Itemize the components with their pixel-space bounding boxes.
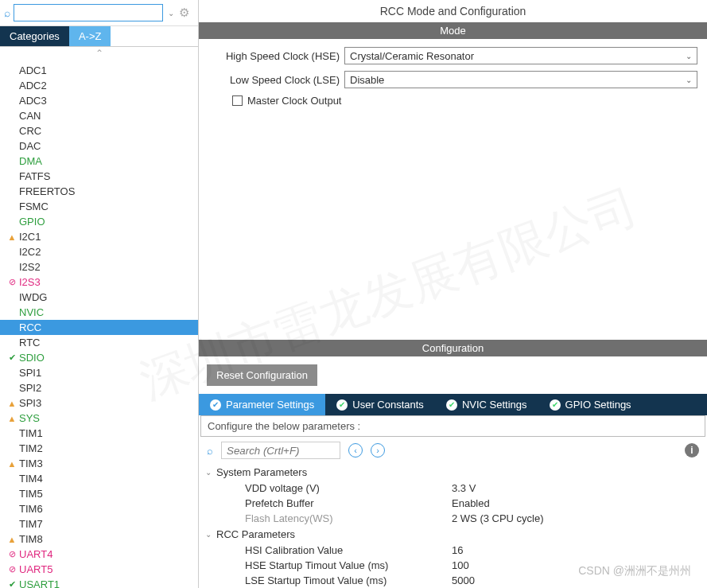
sidebar-item-tim1[interactable]: TIM1 [0, 426, 198, 441]
tab-gpio-settings[interactable]: ✔ GPIO Settings [538, 394, 643, 415]
tab-az[interactable]: A->Z [69, 26, 111, 46]
sidebar-search-input[interactable] [14, 4, 163, 21]
chevron-down-icon: ⌄ [686, 76, 692, 84]
sidebar-item-adc1[interactable]: ADC1 [0, 63, 198, 78]
tree-label: TIM2 [19, 442, 43, 454]
sidebar-item-tim3[interactable]: ▲TIM3 [0, 456, 198, 471]
sidebar-item-sdio[interactable]: ✔SDIO [0, 350, 198, 365]
peripheral-tree: ADC1ADC2ADC3CANCRCDACDMAFATFSFREERTOSFSM… [0, 60, 198, 588]
sidebar-item-iwdg[interactable]: IWDG [0, 290, 198, 305]
tree-label: SDIO [19, 352, 45, 364]
sidebar-item-can[interactable]: CAN [0, 108, 198, 123]
sidebar-item-rtc[interactable]: RTC [0, 335, 198, 350]
tab-user-constants[interactable]: ✔ User Constants [325, 394, 435, 415]
hse-label: High Speed Clock (HSE) [208, 50, 340, 62]
sidebar-item-tim8[interactable]: ▲TIM8 [0, 532, 198, 547]
chevron-down-icon: ⌄ [686, 52, 692, 60]
sidebar-item-nvic[interactable]: NVIC [0, 305, 198, 320]
tree-label: I2C2 [19, 246, 41, 258]
param-row[interactable]: HSI Calibration Value16 [205, 543, 701, 558]
tab-categories[interactable]: Categories [0, 26, 69, 46]
param-row[interactable]: Flash Latency(WS)2 WS (3 CPU cycle) [205, 511, 701, 526]
sidebar-item-uart4[interactable]: ⊘UART4 [0, 547, 198, 562]
tab-nvic-settings[interactable]: ✔ NVIC Settings [435, 394, 538, 415]
sidebar-item-fsmc[interactable]: FSMC [0, 199, 198, 214]
search-icon: ⌕ [207, 445, 213, 457]
tree-label: TIM3 [19, 458, 43, 469]
tree-label: ADC3 [19, 95, 47, 107]
sidebar-tabs: Categories A->Z [0, 26, 198, 47]
param-group-header[interactable]: ⌄System Parameters [205, 464, 701, 481]
sidebar-item-tim4[interactable]: TIM4 [0, 471, 198, 486]
hse-value: Crystal/Ceramic Resonator [350, 50, 474, 62]
tree-label: SYS [19, 412, 40, 424]
config-tabs: ✔ Parameter Settings ✔ User Constants ✔ … [199, 394, 707, 415]
sidebar-item-tim7[interactable]: TIM7 [0, 516, 198, 532]
tree-label: SPI3 [19, 397, 41, 409]
sidebar-item-crc[interactable]: CRC [0, 123, 198, 138]
err-icon: ⊘ [6, 564, 17, 574]
sidebar-item-i2c1[interactable]: ▲I2C1 [0, 229, 198, 244]
tree-label: ADC2 [19, 80, 47, 92]
master-clock-checkbox[interactable] [232, 95, 243, 106]
sidebar-item-gpio[interactable]: GPIO [0, 214, 198, 229]
tab-parameter-settings[interactable]: ✔ Parameter Settings [199, 394, 325, 415]
sidebar-item-uart5[interactable]: ⊘UART5 [0, 562, 198, 577]
sidebar-item-i2s2[interactable]: I2S2 [0, 259, 198, 275]
sidebar-item-adc3[interactable]: ADC3 [0, 93, 198, 108]
sidebar-item-rcc[interactable]: RCC [0, 320, 198, 335]
sidebar-item-adc2[interactable]: ADC2 [0, 78, 198, 93]
param-row[interactable]: HSE Startup Timout Value (ms)100 [205, 558, 701, 573]
master-clock-label: Master Clock Output [247, 95, 342, 107]
sidebar-item-tim6[interactable]: TIM6 [0, 501, 198, 516]
param-value: 16 [452, 544, 463, 556]
sidebar-item-spi1[interactable]: SPI1 [0, 365, 198, 380]
param-row[interactable]: LSE Startup Timout Value (ms)5000 [205, 573, 701, 588]
tree-label: I2C1 [19, 231, 41, 243]
tree-label: TIM1 [19, 427, 43, 439]
sidebar-item-dma[interactable]: DMA [0, 154, 198, 169]
config-search-input[interactable] [221, 442, 340, 459]
tree-label: TIM5 [19, 488, 43, 500]
check-icon: ✔ [336, 399, 348, 411]
sidebar-item-freertos[interactable]: FREERTOS [0, 184, 198, 199]
sidebar-item-i2s3[interactable]: ⊘I2S3 [0, 275, 198, 290]
sidebar-item-usart1[interactable]: ✔USART1 [0, 577, 198, 588]
sidebar-item-spi3[interactable]: ▲SPI3 [0, 395, 198, 411]
sidebar-toolbar: ⌕ ⌄ ⚙ [0, 0, 198, 26]
param-name: HSE Startup Timout Value (ms) [245, 559, 452, 571]
tree-label: I2S3 [19, 276, 41, 288]
tree-label: DMA [19, 155, 42, 167]
sidebar-item-tim5[interactable]: TIM5 [0, 486, 198, 501]
param-group-header[interactable]: ⌄RCC Parameters [205, 526, 701, 543]
sidebar-item-tim2[interactable]: TIM2 [0, 441, 198, 456]
next-icon[interactable]: › [371, 443, 385, 458]
tree-label: RCC [19, 321, 41, 333]
sidebar-item-sys[interactable]: ▲SYS [0, 411, 198, 426]
sidebar-item-fatfs[interactable]: FATFS [0, 169, 198, 184]
prev-icon[interactable]: ‹ [348, 443, 363, 458]
mode-section-bar: Mode [199, 22, 707, 39]
lse-label: Low Speed Clock (LSE) [208, 74, 340, 86]
lse-select[interactable]: Disable ⌄ [344, 71, 697, 88]
collapse-icon[interactable]: ⌃ [0, 47, 198, 60]
warn-icon: ▲ [6, 535, 17, 544]
tree-label: FREERTOS [19, 185, 75, 197]
param-name: LSE Startup Timout Value (ms) [245, 574, 452, 586]
sidebar-item-dac[interactable]: DAC [0, 138, 198, 154]
param-name: Flash Latency(WS) [245, 512, 452, 524]
sidebar-item-spi2[interactable]: SPI2 [0, 380, 198, 395]
check-icon: ✔ [446, 399, 457, 411]
chevron-down-icon[interactable]: ⌄ [166, 9, 176, 18]
param-name: VDD voltage (V) [245, 482, 452, 494]
sidebar-item-i2c2[interactable]: I2C2 [0, 244, 198, 259]
param-row[interactable]: Prefetch BufferEnabled [205, 496, 701, 511]
gear-icon[interactable]: ⚙ [179, 6, 194, 20]
main-panel: RCC Mode and Configuration Mode High Spe… [199, 0, 707, 588]
info-icon[interactable]: i [685, 443, 699, 458]
hse-select[interactable]: Crystal/Ceramic Resonator ⌄ [344, 47, 697, 64]
tree-label: SPI2 [19, 382, 41, 394]
param-row[interactable]: VDD voltage (V)3.3 V [205, 481, 701, 496]
tree-label: TIM4 [19, 473, 43, 485]
reset-button[interactable]: Reset Configuration [207, 364, 317, 386]
